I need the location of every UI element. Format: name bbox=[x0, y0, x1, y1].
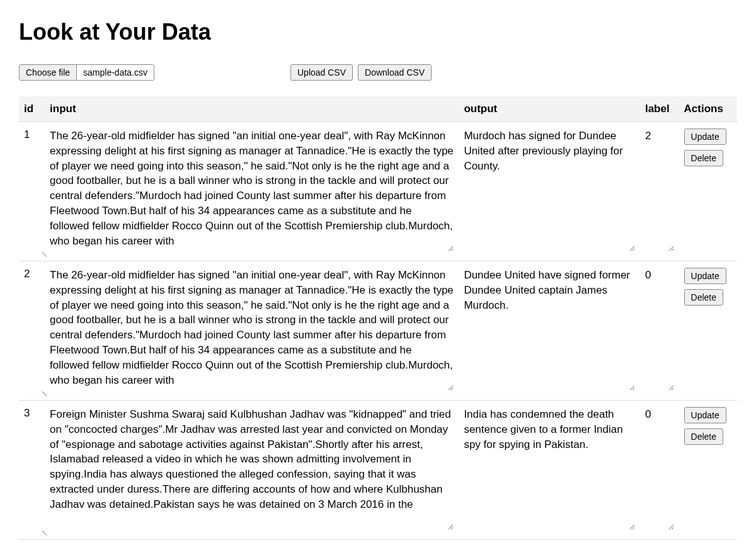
col-header-input: input bbox=[45, 96, 459, 122]
col-header-id: id bbox=[19, 96, 45, 122]
col-header-actions: Actions bbox=[679, 96, 737, 122]
input-textarea[interactable] bbox=[50, 268, 454, 391]
col-header-output: output bbox=[459, 96, 640, 122]
output-textarea[interactable] bbox=[464, 129, 635, 251]
id-value: 1 bbox=[24, 129, 30, 140]
delete-button[interactable]: Delete bbox=[684, 289, 723, 306]
output-cell bbox=[459, 122, 640, 261]
choose-file-button[interactable]: Choose file bbox=[20, 65, 77, 80]
filename-display: sample-data.csv bbox=[77, 65, 154, 80]
input-textarea[interactable] bbox=[50, 129, 454, 251]
data-table: id input output label Actions 1 || Updat… bbox=[19, 96, 737, 540]
toolbar: Choose file sample-data.csv Upload CSV D… bbox=[19, 64, 737, 81]
update-button[interactable]: Update bbox=[684, 268, 726, 284]
label-cell bbox=[640, 122, 679, 261]
input-cell bbox=[45, 122, 459, 261]
output-textarea[interactable] bbox=[464, 407, 635, 530]
update-button[interactable]: Update bbox=[684, 407, 726, 423]
upload-csv-button[interactable]: Upload CSV bbox=[290, 64, 353, 81]
actions-cell: Update Delete bbox=[679, 122, 737, 261]
actions-cell: Update Delete bbox=[679, 401, 737, 540]
input-cell bbox=[45, 261, 459, 401]
delete-button[interactable]: Delete bbox=[684, 150, 723, 166]
output-textarea[interactable] bbox=[464, 268, 635, 391]
col-header-label: label bbox=[640, 96, 679, 122]
file-picker[interactable]: Choose file sample-data.csv bbox=[19, 64, 154, 81]
delete-button[interactable]: Delete bbox=[684, 428, 723, 445]
input-textarea[interactable] bbox=[50, 407, 454, 530]
download-csv-button[interactable]: Download CSV bbox=[358, 64, 432, 81]
table-row: 1 || Update Delete bbox=[19, 122, 737, 261]
id-value: 3 bbox=[24, 407, 30, 419]
input-cell bbox=[45, 401, 459, 540]
actions-cell: Update Delete bbox=[679, 261, 737, 401]
update-button[interactable]: Update bbox=[684, 129, 726, 145]
output-cell bbox=[459, 401, 640, 540]
output-cell bbox=[459, 261, 640, 401]
label-textarea[interactable] bbox=[645, 407, 674, 530]
table-header-row: id input output label Actions bbox=[19, 96, 737, 122]
label-textarea[interactable] bbox=[645, 129, 674, 251]
page-title: Look at Your Data bbox=[19, 19, 737, 45]
label-cell bbox=[640, 401, 679, 540]
table-row: 3 || Update Delete bbox=[19, 401, 737, 540]
id-cell: 2 || bbox=[19, 261, 45, 401]
label-textarea[interactable] bbox=[645, 268, 674, 391]
id-cell: 3 || bbox=[19, 401, 45, 540]
id-cell: 1 || bbox=[19, 122, 45, 261]
table-row: 2 || Update Delete bbox=[19, 261, 737, 401]
label-cell bbox=[640, 261, 679, 401]
id-value: 2 bbox=[24, 268, 30, 280]
